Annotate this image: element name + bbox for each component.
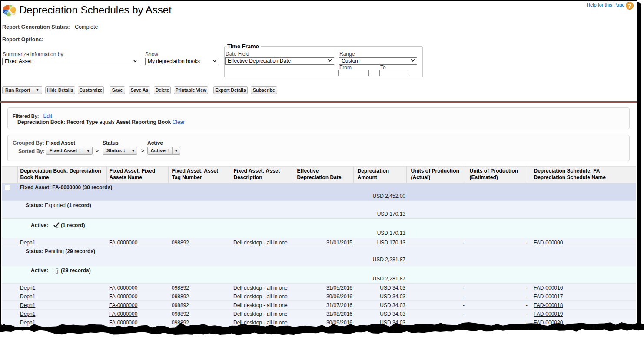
svg-text:?: ?	[628, 3, 631, 9]
